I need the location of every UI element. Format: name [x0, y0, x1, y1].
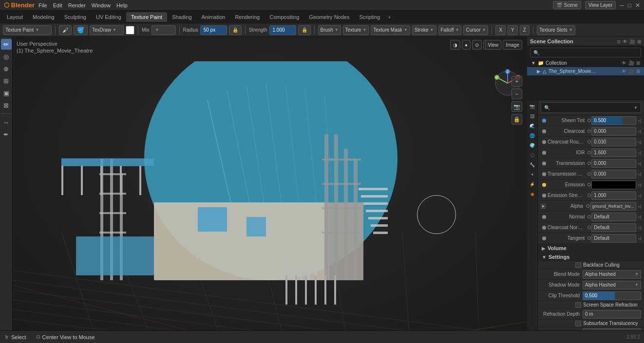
object-item[interactable]: ▶ △ The_Sphere_Movie_Thea 👁 🎥 ⊞ — [527, 67, 644, 75]
clearcoat-dot[interactable] — [542, 129, 546, 133]
tab-compositing[interactable]: Compositing — [265, 12, 304, 22]
emission-value[interactable] — [591, 181, 636, 189]
viewport-shading-rendered[interactable]: ● — [462, 40, 471, 50]
scene-props-icon[interactable]: 🌐 — [528, 131, 537, 140]
tab-animation[interactable]: Animation — [197, 12, 230, 22]
tab-shading[interactable]: Shading — [167, 12, 196, 22]
emission-strength-dot[interactable] — [542, 194, 546, 198]
blend-mode-value[interactable]: Alpha Hashed ▼ — [583, 270, 641, 279]
transmission-reset[interactable]: ◁ — [638, 161, 641, 166]
transform-tool[interactable]: ↔ — [1, 117, 12, 127]
ior-input[interactable]: 1.600 — [591, 148, 636, 157]
ssr-checkbox[interactable] — [575, 302, 581, 308]
soften-tool[interactable]: ◎ — [1, 51, 12, 62]
emission-strength-value[interactable]: 1.000 — [591, 191, 636, 200]
symmetry-x[interactable]: X — [495, 25, 506, 35]
clearcoat-normal-input[interactable]: Default — [591, 223, 636, 232]
emission-reset[interactable]: ◁ — [638, 182, 641, 187]
menu-edit[interactable]: Edit — [53, 2, 62, 8]
alpha-reset[interactable]: ◁ — [638, 204, 641, 209]
texture-slots-dropdown[interactable]: Texture Slots ▼ — [537, 25, 575, 35]
radius-slider[interactable]: 50 px — [200, 25, 227, 35]
menu-file[interactable]: File — [38, 2, 47, 8]
object-props-icon[interactable]: ⬡ — [528, 151, 537, 160]
clearcoat-normal-value[interactable]: Default — [591, 223, 636, 232]
clone-tool[interactable]: ⊞ — [1, 75, 12, 86]
sheen-tint-input[interactable]: 0.500 — [591, 116, 636, 125]
clip-threshold-value[interactable]: 0.500 — [583, 291, 641, 300]
ior-dot[interactable] — [542, 151, 546, 155]
view-layer-props-icon[interactable]: 🌊 — [528, 122, 537, 130]
world-props-icon[interactable]: 🌍 — [528, 141, 537, 150]
texture-dropdown[interactable]: Texture ▼ — [343, 25, 369, 35]
minimize-button[interactable]: ─ — [620, 2, 624, 9]
brush-dropdown[interactable]: Brush ▼ — [318, 25, 341, 35]
blend-selector[interactable]: ▼ — [152, 25, 176, 35]
maximize-button[interactable]: □ — [628, 2, 631, 9]
modifier-props-icon[interactable]: 🔧 — [528, 161, 537, 169]
clearcoat-value[interactable]: 0.000 — [591, 127, 636, 136]
settings-section[interactable]: ▼ Settings — [538, 253, 644, 261]
material-props-icon[interactable]: ◉ — [528, 190, 537, 199]
tab-rendering[interactable]: Rendering — [230, 12, 265, 22]
sheen-tint-reset[interactable]: ◁ — [638, 118, 641, 123]
zoom-in-button[interactable]: + — [511, 76, 522, 87]
refraction-depth-input[interactable]: 0 m — [583, 310, 641, 319]
draw-tool[interactable]: ✏ — [1, 39, 12, 50]
annotate-tool[interactable]: ✒ — [1, 129, 12, 140]
clearcoat-rough-reset[interactable]: ◁ — [638, 140, 641, 144]
stroke-dropdown[interactable]: Stroke ▼ — [412, 25, 436, 35]
alpha-value[interactable]: ground_Refract_inv... — [590, 202, 636, 211]
clearcoat-normal-reset[interactable]: ◁ — [638, 225, 641, 230]
collection-render-icon[interactable]: ⊞ — [636, 60, 640, 66]
blend-mode-dropdown[interactable]: Alpha Hashed ▼ — [583, 270, 641, 279]
cursor-dropdown[interactable]: Cursor ▼ — [463, 25, 488, 35]
shadow-mode-dropdown[interactable]: Alpha Hashed ▼ — [583, 281, 641, 289]
emission-dot[interactable] — [542, 183, 546, 187]
transmission-value[interactable]: 0.000 — [591, 159, 636, 168]
trans-rough-input[interactable]: 0.000 — [591, 170, 636, 179]
smear-tool[interactable]: ⊕ — [1, 63, 12, 74]
particle-props-icon[interactable]: ✦ — [528, 170, 537, 179]
radius-lock[interactable]: 🔒 — [229, 25, 242, 35]
volume-section[interactable]: ▶ Volume — [538, 244, 644, 253]
add-workspace-button[interactable]: + — [385, 12, 394, 22]
backface-checkbox[interactable] — [575, 262, 581, 268]
tab-modeling[interactable]: Modeling — [28, 12, 59, 22]
trans-rough-reset[interactable]: ◁ — [638, 172, 641, 177]
output-props-icon[interactable]: 🖼 — [528, 112, 537, 121]
brush-mode-paint[interactable]: 🖌 — [59, 25, 72, 35]
collection-vis-icon[interactable]: 👁 — [622, 60, 626, 66]
mode-selector[interactable]: Texture Paint ▼ — [3, 25, 52, 35]
ior-reset[interactable]: ◁ — [638, 150, 641, 155]
normal-dot[interactable] — [542, 215, 546, 219]
mask-tool[interactable]: ⊠ — [1, 100, 12, 110]
props-search[interactable]: 🔍 ▼ — [541, 102, 641, 113]
scene-selector[interactable]: 🎬 Scene — [553, 1, 581, 9]
normal-input[interactable]: Default — [591, 213, 636, 221]
collection-item[interactable]: ▼ 📁 Collection 👁 🎥 ⊞ — [527, 59, 644, 67]
refraction-depth-value[interactable]: 0 m — [583, 310, 641, 319]
collection-cam-icon[interactable]: 🎥 — [628, 60, 634, 66]
strength-slider[interactable]: 1.000 — [269, 25, 296, 35]
select-menu[interactable]: Image — [503, 40, 522, 50]
render-props-icon[interactable]: 📷 — [528, 102, 537, 111]
sheen-tint-dot[interactable] — [542, 119, 546, 123]
viewport-menu[interactable]: View — [485, 40, 502, 50]
symmetry-y[interactable]: Y — [508, 25, 518, 35]
clearcoat-rough-input[interactable]: 0.030 — [591, 138, 636, 146]
tangent-reset[interactable]: ◁ — [638, 236, 641, 241]
clip-threshold-input[interactable]: 0.500 — [583, 291, 641, 300]
tab-layout[interactable]: Layout — [2, 12, 28, 22]
view-layer-selector[interactable]: View Layer — [585, 1, 616, 9]
pass-index-input[interactable]: 0 — [583, 328, 641, 331]
menu-render[interactable]: Render — [68, 2, 86, 8]
clearcoat-input[interactable]: 0.000 — [591, 127, 636, 136]
symmetry-z[interactable]: Z — [520, 25, 530, 35]
transmission-dot[interactable] — [542, 162, 546, 165]
menu-help[interactable]: Help — [116, 2, 128, 8]
view-camera[interactable]: 📷 — [511, 101, 522, 112]
object-vis-icon[interactable]: 👁 — [622, 69, 626, 74]
tab-sculpting[interactable]: Sculpting — [59, 12, 91, 22]
view-lock[interactable]: 🔒 — [511, 114, 522, 125]
